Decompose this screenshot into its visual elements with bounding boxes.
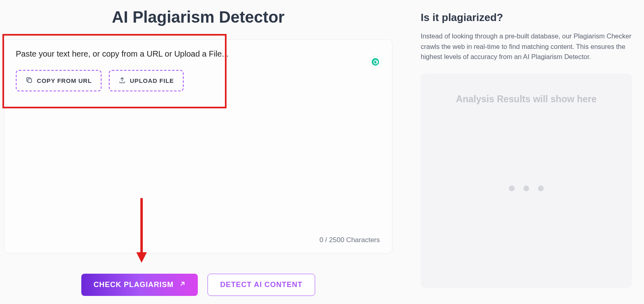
page-title: AI Plagiarism Detector <box>112 8 285 26</box>
text-input-card[interactable]: Paste your text here, or copy from a URL… <box>4 39 392 253</box>
upload-file-label: UPLOAD FILE <box>130 77 174 84</box>
detect-ai-content-label: DETECT AI CONTENT <box>220 281 302 289</box>
character-count: 0 / 2500 Characters <box>320 236 380 244</box>
sidebar-heading: Is it plagiarized? <box>421 11 632 24</box>
grammarly-icon[interactable] <box>369 56 381 68</box>
svg-rect-2 <box>28 79 32 82</box>
copy-icon <box>25 76 33 85</box>
svg-point-4 <box>372 58 379 65</box>
upload-file-button[interactable]: UPLOAD FILE <box>109 70 184 91</box>
copy-from-url-label: COPY FROM URL <box>37 77 92 84</box>
results-placeholder-text: Analysis Results will show here <box>456 94 597 105</box>
svg-line-5 <box>181 282 184 285</box>
loading-dots-icon <box>509 186 544 191</box>
detect-ai-content-button[interactable]: DETECT AI CONTENT <box>208 274 315 296</box>
sidebar-description: Instead of looking through a pre-built d… <box>421 31 632 62</box>
check-plagiarism-button[interactable]: CHECK PLAGIARISM <box>81 274 198 296</box>
upload-icon <box>119 76 126 85</box>
arrow-up-right-icon <box>179 281 186 289</box>
copy-from-url-button[interactable]: COPY FROM URL <box>16 70 102 91</box>
results-card: Analysis Results will show here <box>421 74 632 288</box>
textarea-placeholder[interactable]: Paste your text here, or copy from a URL… <box>16 49 381 59</box>
check-plagiarism-label: CHECK PLAGIARISM <box>93 281 174 289</box>
